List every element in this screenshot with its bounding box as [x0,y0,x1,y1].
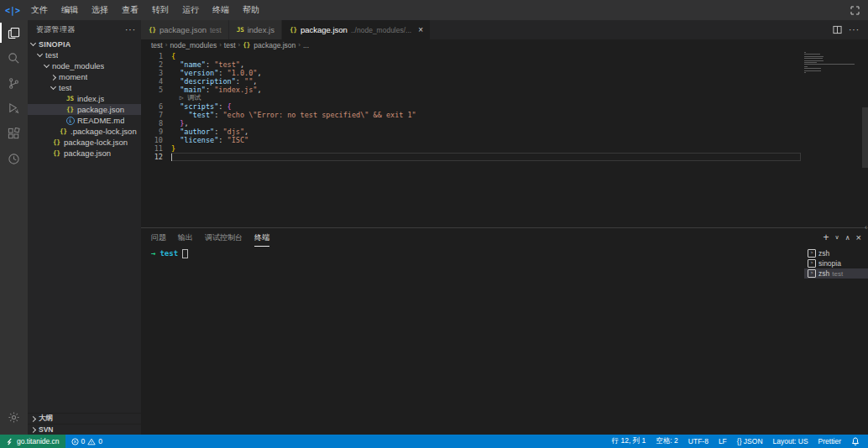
code-token: : [218,69,227,77]
menu-item[interactable]: 选择 [86,2,114,18]
breadcrumb-separator-icon: › [298,41,301,49]
js-file-icon: JS [65,95,75,102]
breadcrumb[interactable]: test›node_modules›test›{}package.json›..… [141,39,868,50]
tree-item[interactable]: {}package.json [28,148,141,159]
line-content: } [171,144,801,153]
minimap-line [804,62,817,63]
readme-info-icon: i [65,117,75,125]
notifications-bell-icon[interactable] [851,437,860,445]
menu-item[interactable]: 终端 [207,2,235,18]
status-item[interactable]: {} JSON [737,437,763,445]
editor-tab[interactable]: {}package.jsontest [141,20,229,39]
tree-item[interactable]: moment [28,71,141,82]
close-panel-icon[interactable]: × [856,232,861,242]
sidebar-section-outline[interactable]: 大纲 [28,413,141,424]
status-item[interactable]: Prettier [818,437,841,445]
tree-item[interactable]: JSindex.js [28,93,141,104]
breadcrumb-item[interactable]: test [224,41,236,49]
codelens-debug[interactable]: ▷ 调试 [171,94,801,102]
code-line: 1{ [141,52,801,60]
remote-indicator[interactable]: go.titanide.cn [0,435,65,448]
line-content: "test": "echo \"Error: no test specified… [171,111,801,119]
menu-item[interactable]: 运行 [176,2,205,18]
close-icon[interactable]: × [418,25,423,34]
sidebar-section-svn[interactable]: SVN [28,424,141,435]
panel-tab[interactable]: 问题 [151,229,166,247]
status-item[interactable]: UTF-8 [688,437,709,445]
more-actions-icon[interactable]: ··· [849,25,860,34]
fullscreen-icon[interactable] [850,6,860,15]
terminal-list-item[interactable]: >sinopia [804,258,868,268]
tree-item-label: package-lock.json [64,138,128,147]
terminal-list-item[interactable]: >zshtest [804,268,868,279]
status-item[interactable]: 空格: 2 [656,436,677,446]
source-control-icon[interactable] [0,70,28,96]
panel-tab[interactable]: 调试控制台 [205,229,243,247]
breadcrumb-item[interactable]: ... [303,41,309,49]
status-item[interactable]: Layout: US [773,437,808,445]
explorer-icon[interactable] [0,20,28,45]
split-editor-icon[interactable] [833,25,842,34]
search-icon[interactable] [0,45,28,70]
settings-gear-icon[interactable] [0,404,28,430]
terminal-output[interactable]: →test [141,247,804,435]
tree-item[interactable]: node_modules [28,60,141,71]
breadcrumb-item[interactable]: test [151,41,163,49]
code-token: : [214,111,222,119]
run-debug-icon[interactable] [0,96,28,121]
tree-item[interactable]: {}.package-lock.json [28,126,141,137]
line-number: 1 [141,52,171,60]
code-token: "test" [214,60,240,69]
remote-lightning-icon [8,438,12,444]
code-token: : [218,102,227,111]
code-token: { [171,52,175,60]
vscode-window: <|> 文件编辑选择查看转到运行终端帮助 [0,0,868,448]
editor-tab[interactable]: {}package.json../node_modules/...× [282,20,431,39]
tree-item-label: test [45,50,58,60]
tree-item[interactable]: test [28,82,141,93]
code-line: 10 "license": "ISC" [141,136,801,144]
panel-tab[interactable]: 终端 [254,229,269,247]
tree-item[interactable]: SINOPIA [28,39,141,49]
minimap-line [804,52,806,53]
editor-scrollbar[interactable] [862,107,868,168]
minimap[interactable] [804,52,856,76]
menu-item[interactable]: 转到 [146,2,175,18]
problems-status[interactable]: 0 0 [65,437,108,445]
warning-count: 0 [98,437,102,445]
status-item[interactable]: 行 12, 列 1 [612,436,646,446]
menu-bar: 文件编辑选择查看转到运行终端帮助 [25,2,265,18]
code-line: 12 [141,153,801,161]
clock-icon[interactable] [0,146,28,171]
collapse-panel-icon[interactable]: ‹ [865,223,867,232]
menu-item[interactable]: 查看 [116,2,144,18]
terminal-dropdown-icon[interactable]: ∨ [835,234,839,241]
sidebar-header: 资源管理器 ··· [28,20,141,39]
terminal-icon: > [808,259,816,268]
tree-item[interactable]: {}package-lock.json [28,137,141,148]
maximize-panel-icon[interactable]: ∧ [845,234,850,242]
terminal-list-item[interactable]: >zsh [804,248,868,258]
tree-item[interactable]: {}package.json [28,104,141,115]
editor-tab[interactable]: JSindex.js [229,20,282,39]
code-token: "djs" [222,128,244,136]
status-item[interactable]: LF [719,437,727,445]
tree-item[interactable]: iREADME.md [28,115,141,126]
activity-bar [0,20,28,435]
code-token: , [240,60,244,69]
extensions-icon[interactable] [0,121,28,146]
menu-item[interactable]: 帮助 [237,2,265,18]
more-actions-icon[interactable]: ··· [125,25,136,34]
code-token [171,119,180,128]
code-line: 4 "description": "", [141,77,801,86]
new-terminal-icon[interactable]: + [824,232,829,243]
tree-item-label: SINOPIA [39,40,71,49]
code-editor[interactable]: 1{2 "name": "test",3 "version": "1.0.0",… [141,50,868,227]
breadcrumb-item[interactable]: node_modules [170,41,217,49]
panel-tab[interactable]: 输出 [178,229,193,247]
menu-item[interactable]: 文件 [25,2,54,18]
tree-item[interactable]: test [28,49,141,60]
breadcrumb-item[interactable]: package.json [254,41,295,49]
code-token [171,136,180,144]
menu-item[interactable]: 编辑 [55,2,84,18]
